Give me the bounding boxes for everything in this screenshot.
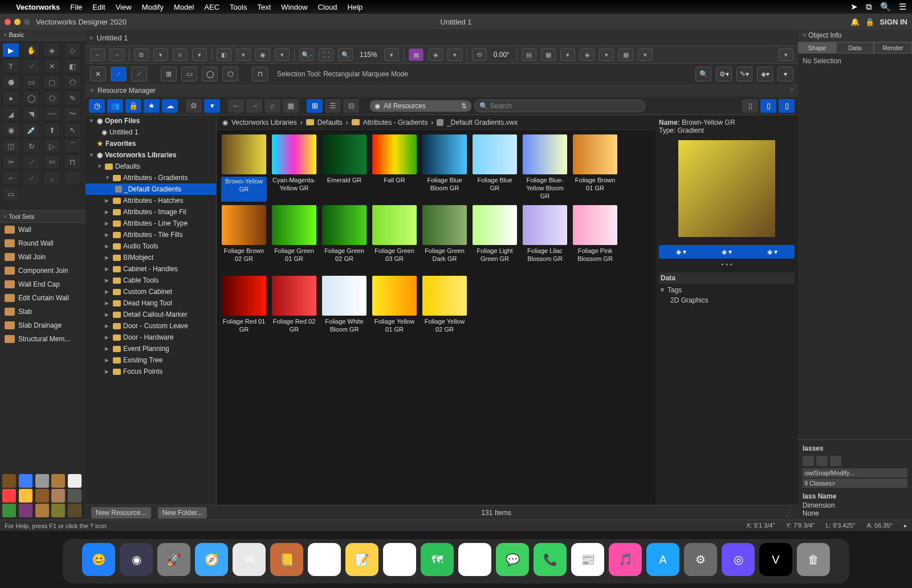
toolset-button[interactable] [2,474,16,488]
tab-data[interactable]: Data [836,42,874,54]
oval-tool[interactable]: ◯ [23,91,40,105]
tree-defaults[interactable]: ▼ Defaults [85,161,216,172]
class-icon-3[interactable] [830,456,841,466]
tree-vw-libraries[interactable]: ▼◉ Vectorworks Libraries [85,149,216,161]
close-window-icon[interactable] [5,19,11,25]
trim-tool[interactable]: ✂ [2,154,19,169]
unified-icon[interactable]: ▦ [541,48,556,61]
display-icon[interactable]: ◈ [580,48,595,61]
spiral-tool[interactable]: 〜 [64,107,81,121]
tree-folder[interactable]: ▶ Audio Tools [85,240,216,252]
gradient-item[interactable]: Brown-Yellow GR [221,134,267,202]
preview-btn-3[interactable]: ◈ ▾ [750,245,795,259]
class-icon-2[interactable] [816,456,828,466]
gradient-item[interactable]: Foliage Pink Blossom GR [572,205,618,272]
toolset-item[interactable]: Structural Mem... [0,332,85,346]
menu-modify[interactable]: Modify [142,3,164,11]
mode-2[interactable]: ⟋ [111,67,127,81]
rm-star-icon[interactable]: ★ [144,99,160,113]
tree-folder[interactable]: ▶ Focus Points [85,366,216,377]
rm-search-input[interactable]: 🔍 Search [474,100,645,112]
tree-folder[interactable]: ▶ Attributes - Line Type [85,218,216,229]
toolset-button[interactable] [35,474,49,488]
plane-dropdown[interactable]: ▾ [447,48,462,61]
tree-gradients-folder[interactable]: ▼ Attributes - Gradients [85,172,216,183]
resource-tree[interactable]: ▼◉ Open Files ◉ Untitled 1 ★ Favorites ▼… [85,115,217,505]
eyedropper-tool[interactable]: 💉 [23,122,40,137]
view-cube-icon[interactable]: ◧ [217,48,231,61]
rm-people-icon[interactable]: 👥 [107,99,123,113]
menu-cloud[interactable]: Cloud [318,3,337,11]
dock-app-icon[interactable]: 29 [308,543,341,576]
crumb-0[interactable]: Vectorworks Libraries [231,119,297,126]
search-tool-icon[interactable]: 🔍 [695,67,711,81]
tree-folder[interactable]: ▶ Event Planning [85,343,216,354]
toolset-item[interactable]: Slab [0,305,85,318]
dock-app-icon[interactable]: 🎵 [609,543,642,576]
tree-open-files[interactable]: ▼◉ Open Files [85,115,216,126]
minimize-window-icon[interactable] [14,19,21,25]
toolset-item[interactable]: Wall [0,223,85,236]
document-tab[interactable]: Untitled 1 [97,34,128,42]
dock-app-icon[interactable]: 🗑 [797,543,830,576]
settings-gear-icon[interactable]: ⚙▾ [716,67,732,81]
dock-app-icon[interactable]: 🚀 [157,543,190,576]
gradient-item[interactable]: Foliage Brown 01 GR [572,134,618,202]
notification-center-icon[interactable]: ☰ [899,2,906,12]
toolset-button[interactable] [19,474,32,488]
colors-dropdown[interactable]: ▾ [638,48,653,61]
tab-render[interactable]: Render [874,42,912,54]
toolset-button[interactable] [19,504,32,517]
preview-btn-2[interactable]: ◈ ▾ [705,245,749,259]
scissors-tool[interactable]: ✄ [43,154,60,169]
mode-6[interactable]: ◯ [202,67,218,81]
menu-tools[interactable]: Tools [230,3,247,11]
tag-item[interactable]: 2D Graphics [659,296,795,304]
tab-shape[interactable]: Shape [798,42,836,54]
gradient-item[interactable]: Foliage Red 02 GR [271,276,317,343]
mirror-tool[interactable]: ◫ [2,138,19,153]
shape-tool[interactable]: ◥ [23,107,40,121]
move-tool[interactable]: ⬆ [43,122,60,137]
dock-app-icon[interactable]: A [646,543,679,576]
notifications-icon[interactable]: 🔔 [850,18,860,26]
crumb-1[interactable]: Defaults [317,119,343,126]
class-none[interactable]: None [803,509,907,517]
gradient-item[interactable]: Foliage Green 03 GR [372,205,417,272]
join-tool[interactable]: ⊓ [64,154,81,169]
rotate-plan-icon[interactable]: ⟲ [472,48,487,61]
working-plane-icon[interactable]: ▦ [409,48,424,61]
rm-back-icon[interactable]: ← [228,99,244,113]
toolset-button[interactable] [19,489,32,503]
freehand-tool[interactable]: ✎ [64,91,81,105]
toolset-button[interactable] [51,489,65,503]
gradient-item[interactable]: Foliage Light Green GR [472,205,518,272]
gradient-item[interactable]: Foliage Blue GR [472,134,518,202]
zoom-tool[interactable]: ◇ [64,43,81,58]
maximize-window-icon[interactable] [24,19,30,25]
menu-model[interactable]: Model [174,3,194,11]
curve2-tool[interactable]: ⟓ [43,170,60,185]
cube-tool[interactable]: ◧ [64,59,81,74]
nav-fwd-icon[interactable]: → [109,48,124,61]
zoom-out-icon[interactable]: 🔍- [299,48,314,61]
reshape-tool[interactable]: ⟋ [23,170,40,185]
app-menu[interactable]: Vectorworks [16,3,60,11]
dock-app-icon[interactable]: 💬 [496,543,529,576]
close-tab-icon[interactable]: × [89,34,93,42]
wall-tool[interactable]: ◢ [2,107,19,121]
dock-app-icon[interactable]: 📒 [270,543,303,576]
display-dropdown[interactable]: ▾ [599,48,614,61]
tree-default-gradients[interactable]: _Default Gradients [85,183,216,195]
class-filter-2[interactable]: ll Classes> [803,479,907,488]
tree-folder[interactable]: ▶ Attributes - Image Fil [85,206,216,218]
dock-app-icon[interactable]: 🗺 [421,543,454,576]
mode-3[interactable]: ⟋ [131,67,147,81]
gradient-grid[interactable]: Brown-Yellow GRCyan-Magenta-Yellow GREme… [217,130,656,505]
toolset-item[interactable]: Component Join [0,264,85,277]
bucket-icon[interactable]: ◈▾ [757,67,773,81]
tree-folder[interactable]: ▶ Cabinet - Handles [85,263,216,275]
arrow-tool[interactable]: ↖ [64,122,81,137]
dock-app-icon[interactable]: 📝 [345,543,378,576]
dock-app-icon[interactable]: 📞 [534,543,567,576]
